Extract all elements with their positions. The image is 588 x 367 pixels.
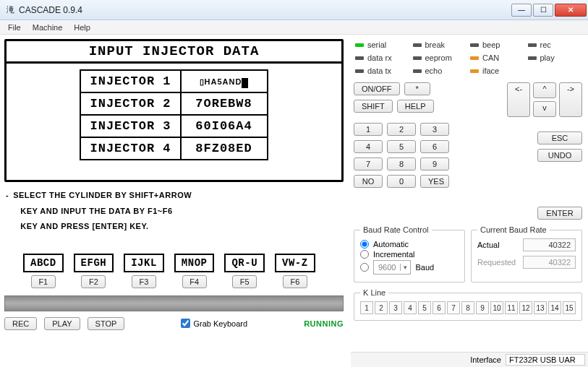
progress-strip xyxy=(4,295,344,311)
current-baud-legend: Current Baud Rate xyxy=(477,225,550,234)
led-indicator-icon xyxy=(413,56,422,60)
kline-cell[interactable]: 8 xyxy=(461,301,474,314)
led-beep: beep xyxy=(470,40,524,49)
injector-value[interactable]: 60I06A4 xyxy=(181,115,268,137)
grab-keyboard-input[interactable] xyxy=(181,319,190,328)
led-panel: serialbreakbeeprecdata rxeepromCANplayda… xyxy=(354,39,582,75)
led-echo: echo xyxy=(413,66,466,75)
actual-baud-readout: 40322 xyxy=(523,238,576,251)
table-row: INJECTOR 4 8FZ08ED xyxy=(80,137,267,160)
key-3[interactable]: 3 xyxy=(420,123,449,136)
enter-button[interactable]: ENTER xyxy=(537,207,582,220)
baud-combo[interactable]: 9600▾ xyxy=(373,260,411,275)
arrow-up-button[interactable]: ^ xyxy=(533,82,556,98)
onoff-button[interactable]: ON/OFF xyxy=(354,82,400,95)
key-4[interactable]: 4 xyxy=(354,140,383,153)
key-2[interactable]: 2 xyxy=(387,123,416,136)
led-indicator-icon xyxy=(470,43,479,47)
key-5[interactable]: 5 xyxy=(387,140,416,153)
numeric-keypad: 1 2 3 4 5 6 7 8 9 NO 0 YES xyxy=(354,123,449,188)
menu-help[interactable]: Help xyxy=(69,22,95,33)
undo-button[interactable]: UNDO xyxy=(537,149,582,162)
menu-file[interactable]: File xyxy=(3,22,26,33)
table-row: INJECTOR 3 60I06A4 xyxy=(80,115,267,137)
help-button[interactable]: HELP xyxy=(397,100,434,113)
kline-cell[interactable]: 12 xyxy=(519,301,532,314)
kline-legend: K Line xyxy=(360,288,388,297)
grab-keyboard-label: Grab Keyboard xyxy=(193,319,247,328)
f6-button[interactable]: F6 xyxy=(283,275,307,288)
actual-label: Actual xyxy=(477,241,516,249)
f4-button[interactable]: F4 xyxy=(182,275,207,288)
window-minimize-button[interactable]: — xyxy=(511,4,532,17)
play-button[interactable]: PLAY xyxy=(44,317,80,330)
key-7[interactable]: 7 xyxy=(354,157,383,170)
injector-label: INJECTOR 2 xyxy=(80,92,180,115)
window-maximize-button[interactable]: ☐ xyxy=(533,4,553,17)
kline-cell[interactable]: 1 xyxy=(360,301,373,314)
arrow-right-button[interactable]: -> xyxy=(559,82,582,117)
star-button[interactable]: * xyxy=(404,82,430,95)
grab-keyboard-checkbox[interactable]: Grab Keyboard xyxy=(181,319,247,328)
esc-button[interactable]: ESC xyxy=(537,131,582,144)
key-8[interactable]: 8 xyxy=(387,157,416,170)
kline-cell[interactable]: 3 xyxy=(389,301,402,314)
led-play: play xyxy=(528,53,581,62)
baud-inc-label: Incremental xyxy=(373,250,414,259)
kline-cell[interactable]: 2 xyxy=(375,301,388,314)
text-cursor xyxy=(242,78,248,88)
kline-cell[interactable]: 7 xyxy=(447,301,460,314)
menu-machine[interactable]: Machine xyxy=(27,22,68,33)
led-break: break xyxy=(413,40,466,49)
window-close-button[interactable]: ✕ xyxy=(555,4,587,17)
injector-label: INJECTOR 3 xyxy=(80,115,180,137)
f1-button[interactable]: F1 xyxy=(31,275,56,288)
kline-cell[interactable]: 11 xyxy=(505,301,518,314)
led-label: break xyxy=(425,40,446,49)
shift-button[interactable]: SHIFT xyxy=(354,100,393,113)
f2-button[interactable]: F2 xyxy=(81,275,106,288)
arrow-left-button[interactable]: <- xyxy=(507,82,530,117)
menu-bar: File Machine Help xyxy=(0,20,588,35)
interface-value: FT232R USB UAR xyxy=(506,354,585,366)
stop-button[interactable]: STOP xyxy=(88,317,125,330)
kline-cell[interactable]: 13 xyxy=(534,301,547,314)
arrow-down-button[interactable]: v xyxy=(533,101,556,117)
baud-inc-radio[interactable]: Incremental xyxy=(360,250,459,259)
key-9[interactable]: 9 xyxy=(420,157,449,170)
key-6[interactable]: 6 xyxy=(420,140,449,153)
kline-cell[interactable]: 15 xyxy=(563,301,576,314)
interface-label: Interface xyxy=(470,355,501,364)
f5-button[interactable]: F5 xyxy=(232,275,257,288)
rec-button[interactable]: REC xyxy=(4,317,37,330)
fkey-box: EFGH xyxy=(74,254,114,272)
baud-auto-radio[interactable]: Automatic xyxy=(360,240,459,249)
injector-value[interactable]: 8FZ08ED xyxy=(181,137,268,160)
no-button[interactable]: NO xyxy=(354,175,383,188)
kline-cell[interactable]: 10 xyxy=(490,301,503,314)
instruction-text: -SELECT THE CYLINDER BY SHIFT+ARROW KEY … xyxy=(4,188,344,235)
kline-group: K Line 123456789101112131415 xyxy=(354,288,582,321)
chevron-down-icon: ▾ xyxy=(400,264,410,271)
kline-cell[interactable]: 14 xyxy=(548,301,561,314)
f3-button[interactable]: F3 xyxy=(132,275,156,288)
kline-cell[interactable]: 6 xyxy=(433,301,446,314)
baud-manual-radio[interactable]: 9600▾ Baud xyxy=(360,260,459,275)
arrow-pad: <- ^ v -> xyxy=(507,82,582,117)
yes-button[interactable]: YES xyxy=(420,175,449,188)
led-label: data rx xyxy=(367,53,392,62)
led-label: beep xyxy=(482,40,500,49)
window-title: CASCADE 0.9.4 xyxy=(19,5,511,15)
key-1[interactable]: 1 xyxy=(354,123,383,136)
lcd-panel: INPUT INJECTOR DATA INJECTOR 1 ▯HA5AND I… xyxy=(4,39,344,182)
injector-value[interactable]: ▯HA5AND xyxy=(181,70,268,92)
requested-baud-readout: 40322 xyxy=(523,256,576,269)
kline-cell[interactable]: 9 xyxy=(476,301,489,314)
injector-value[interactable]: 7OREBW8 xyxy=(181,92,268,115)
injector-label: INJECTOR 1 xyxy=(80,70,180,92)
led-label: CAN xyxy=(482,53,499,62)
key-0[interactable]: 0 xyxy=(387,175,416,188)
fkey-box: ABCD xyxy=(23,254,64,272)
kline-cell[interactable]: 5 xyxy=(418,301,431,314)
kline-cell[interactable]: 4 xyxy=(404,301,417,314)
